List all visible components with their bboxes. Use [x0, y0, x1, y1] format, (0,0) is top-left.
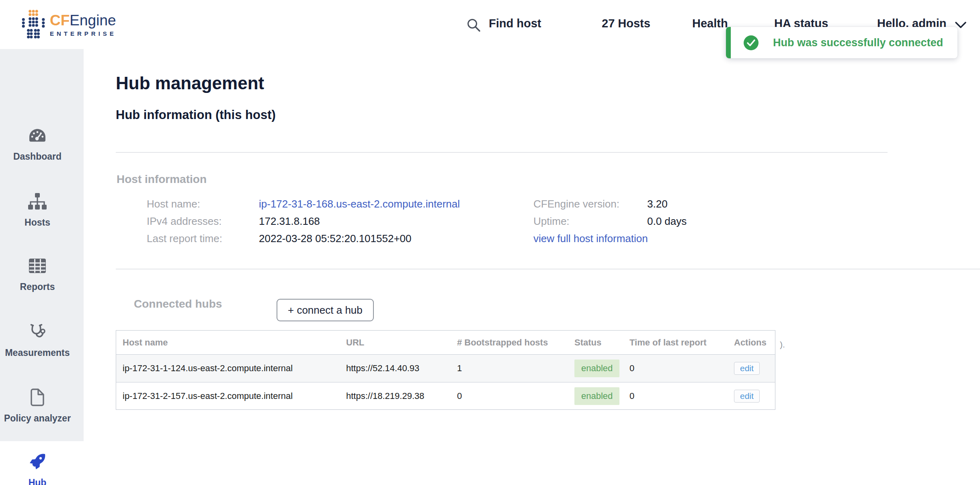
connect-a-hub-button[interactable]: + connect a hub: [277, 299, 374, 321]
last-report-label: Last report time:: [147, 232, 222, 245]
sidebar-item-measurements[interactable]: Measurements: [0, 323, 84, 359]
col-url: URL: [340, 337, 451, 348]
brand-engine: Engine: [70, 12, 116, 29]
row-url: https://52.14.40.93: [340, 363, 451, 374]
sidebar-item-label: Dashboard: [13, 150, 62, 162]
sidebar-item-policy-analyzer[interactable]: Policy analyzer: [0, 388, 84, 424]
success-check-icon: [744, 35, 759, 50]
sitemap-icon: [28, 192, 47, 211]
sidebar-item-hub-management[interactable]: Hubmanagement: [0, 441, 84, 485]
edit-button[interactable]: edit: [734, 362, 760, 375]
sidebar-item-label: Policy analyzer: [4, 412, 71, 424]
view-full-host-info-link[interactable]: view full host information: [533, 232, 648, 245]
sidebar-item-dashboard[interactable]: Dashboard: [0, 126, 84, 162]
row-bootstrapped: 1: [451, 363, 568, 374]
row-bootstrapped: 0: [451, 391, 568, 401]
row-last-report: 0: [623, 363, 728, 374]
ipv4-label: IPv4 addresses:: [147, 215, 221, 228]
col-status: Status: [568, 337, 623, 348]
dashboard-icon: [28, 126, 47, 145]
toast-message: Hub was successfully connected: [773, 37, 943, 49]
status-badge: enabled: [574, 387, 619, 405]
cfengine-wordmark: CFEngine ENTERPRISE: [50, 12, 117, 37]
brand-cf: CF: [50, 12, 70, 29]
sidebar-item-label: Hubmanagement: [9, 477, 66, 485]
last-report-value: 2022-03-28 05:52:20.101552+00: [259, 232, 412, 245]
row-last-report: 0: [623, 391, 728, 401]
connected-hubs-heading: Connected hubs: [134, 298, 222, 310]
row-url: https://18.219.29.38: [340, 391, 451, 401]
rocket-icon: [28, 452, 47, 471]
file-icon: [28, 388, 47, 407]
table-header-row: Host name URL # Bootstrapped hosts Statu…: [116, 331, 775, 355]
host-information-heading: Host information: [117, 173, 207, 186]
search-icon[interactable]: [466, 18, 482, 33]
row-host-name: ip-172-31-2-157.us-east-2.compute.intern…: [116, 391, 340, 401]
col-bootstrapped: # Bootstrapped hosts: [451, 337, 568, 348]
col-host-name: Host name: [116, 337, 340, 348]
sidebar-item-hosts[interactable]: Hosts: [0, 192, 84, 228]
version-value: 3.20: [647, 198, 668, 210]
uptime-value: 0.0 days: [647, 215, 687, 228]
divider: [116, 152, 888, 153]
toast-accent-bar: [726, 27, 731, 58]
edit-button[interactable]: edit: [734, 390, 760, 403]
col-last-report: Time of last report: [623, 337, 728, 348]
cfengine-logo[interactable]: CFEngine ENTERPRISE: [21, 7, 117, 42]
cfengine-robot-icon: [21, 7, 46, 42]
row-host-name: ip-172-31-1-124.us-east-2.compute.intern…: [116, 363, 340, 374]
nav-find-host[interactable]: Find host: [489, 17, 541, 30]
sidebar: Dashboard Hosts: [0, 49, 84, 485]
table-row: ip-172-31-1-124.us-east-2.compute.intern…: [116, 355, 775, 382]
stray-text-fragment: ).: [780, 340, 785, 349]
nav-health[interactable]: Health: [692, 17, 728, 30]
nav-hosts-count[interactable]: 27 Hosts: [602, 17, 650, 30]
sidebar-item-label: Hosts: [25, 216, 50, 228]
col-actions: Actions: [728, 337, 775, 348]
sidebar-item-label: Measurements: [5, 347, 70, 359]
brand-enterprise: ENTERPRISE: [50, 30, 117, 37]
connected-hubs-table: Host name URL # Bootstrapped hosts Statu…: [116, 330, 775, 410]
version-label: CFEngine version:: [533, 198, 619, 210]
ipv4-value: 172.31.8.168: [259, 215, 320, 228]
page-subtitle: Hub information (this host): [116, 108, 276, 122]
table-icon: [28, 257, 47, 275]
host-name-label: Host name:: [147, 198, 200, 210]
uptime-label: Uptime:: [533, 215, 570, 228]
divider: [116, 269, 980, 269]
table-row: ip-172-31-2-157.us-east-2.compute.intern…: [116, 382, 775, 409]
stethoscope-icon: [28, 323, 47, 341]
sidebar-item-label: Reports: [20, 281, 55, 293]
status-badge: enabled: [574, 360, 619, 377]
sidebar-item-reports[interactable]: Reports: [0, 257, 84, 293]
page-title: Hub management: [116, 73, 264, 93]
host-name-link[interactable]: ip-172-31-8-168.us-east-2.compute.intern…: [259, 198, 460, 210]
success-toast: Hub was successfully connected: [726, 27, 957, 58]
